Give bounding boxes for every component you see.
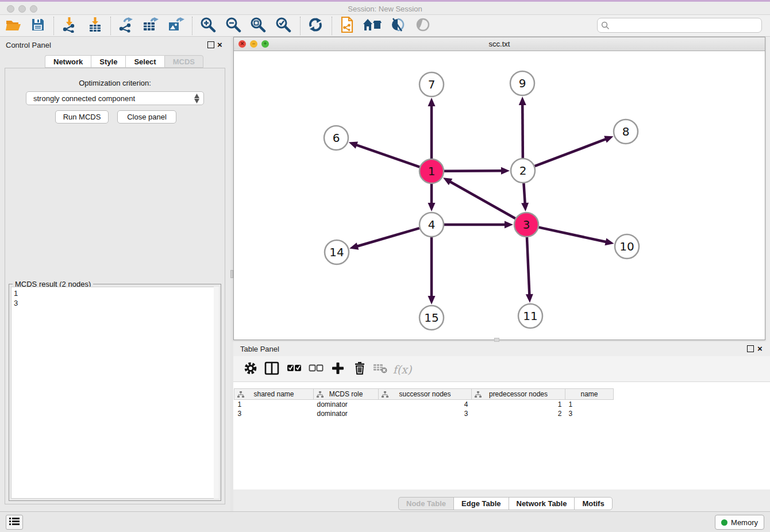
export-image-button[interactable]	[165, 17, 186, 35]
edge-3-1[interactable]	[449, 181, 515, 218]
task-history-button[interactable]	[6, 515, 23, 530]
table-row[interactable]: 3 dominator 3 2 3	[234, 409, 614, 418]
close-panel-icon[interactable]: ×	[217, 39, 222, 51]
node-4[interactable]: 4	[419, 213, 444, 237]
edge-2-3[interactable]	[523, 183, 525, 205]
hide-graphics-details-button[interactable]	[387, 17, 408, 35]
result-scrollbar[interactable]	[214, 287, 219, 499]
node-3[interactable]: 3	[514, 213, 538, 237]
svg-text:15: 15	[424, 311, 438, 325]
float-table-panel-icon[interactable]	[747, 345, 754, 352]
network-view-window: ✕ − + scc.txt 7968124314101511	[233, 37, 765, 340]
delete-columns-button[interactable]	[351, 360, 369, 379]
zoom-out-button[interactable]	[223, 17, 244, 35]
table-browser-tabs: Node Table Edge Table Network Table Moti…	[398, 497, 613, 510]
control-panel-title: Control Panel	[6, 41, 51, 49]
open-file-button[interactable]	[3, 17, 24, 35]
split-panel-button[interactable]	[263, 360, 281, 379]
export-table-icon	[142, 17, 159, 35]
show-graphics-details-button[interactable]	[413, 17, 433, 35]
column-header-successor-nodes[interactable]: successor nodes	[379, 389, 472, 400]
tab-mcds[interactable]: MCDS	[164, 55, 203, 68]
delete-table-button[interactable]	[371, 360, 390, 379]
select-all-button[interactable]	[285, 360, 303, 379]
edge-1-2[interactable]	[444, 171, 503, 171]
search-input[interactable]	[613, 20, 761, 31]
tab-style[interactable]: Style	[91, 55, 125, 68]
edge-1-6[interactable]	[355, 145, 419, 167]
open-folder-icon	[5, 17, 22, 34]
network-graph: 7968124314101511	[234, 52, 765, 340]
list-icon	[9, 517, 20, 527]
network-window-title: scc.txt	[234, 40, 765, 48]
clone-network-button[interactable]	[337, 17, 357, 35]
export-network-button[interactable]	[115, 17, 136, 35]
close-panel-button[interactable]: Close panel	[117, 110, 176, 124]
node-2[interactable]: 2	[511, 159, 535, 183]
refresh-icon	[307, 17, 324, 35]
import-network-button[interactable]	[59, 17, 79, 35]
node-11[interactable]: 11	[518, 304, 542, 328]
save-session-button[interactable]	[28, 17, 48, 35]
node-6[interactable]: 6	[324, 126, 348, 150]
tab-node-table[interactable]: Node Table	[398, 497, 453, 510]
zoom-in-button[interactable]	[198, 17, 218, 35]
horizontal-splitter-grip[interactable]	[494, 338, 499, 342]
tab-edge-table[interactable]: Edge Table	[453, 497, 508, 510]
zoom-selected-button[interactable]	[273, 17, 294, 35]
checkboxes-unchecked-icon	[309, 364, 324, 375]
zoom-selected-icon	[275, 17, 291, 35]
column-header-mcds-role[interactable]: MCDS role	[314, 389, 379, 400]
tab-network-table[interactable]: Network Table	[509, 497, 575, 510]
node-10[interactable]: 10	[615, 234, 639, 259]
function-builder-button[interactable]: f(x)	[393, 360, 411, 379]
network-canvas[interactable]: 7968124314101511	[234, 52, 765, 340]
arrowhead-icon	[428, 296, 436, 304]
node-9[interactable]: 9	[510, 71, 534, 95]
svg-text:9: 9	[519, 76, 526, 90]
zoom-fit-button[interactable]	[248, 17, 268, 35]
node-15[interactable]: 15	[419, 306, 444, 330]
node-14[interactable]: 14	[325, 240, 349, 264]
run-mcds-button[interactable]: Run MCDS	[55, 110, 109, 124]
arrowhead-icon	[349, 242, 359, 249]
column-header-shared-name[interactable]: shared name	[234, 389, 314, 400]
table-settings-button[interactable]	[241, 360, 260, 379]
edge-2-8[interactable]	[535, 138, 607, 166]
node-1[interactable]: 1	[419, 159, 444, 183]
edge-3-11[interactable]	[527, 237, 529, 296]
create-column-button[interactable]	[329, 360, 347, 379]
edge-2-9[interactable]	[522, 103, 523, 158]
home-button[interactable]	[362, 17, 383, 35]
export-table-button[interactable]	[140, 17, 161, 35]
node-table: shared name MCDS role successor nodes pr…	[234, 388, 614, 418]
close-table-panel-icon[interactable]: ×	[757, 343, 763, 354]
column-header-predecessor-nodes[interactable]: predecessor nodes	[472, 389, 565, 400]
apply-layout-button[interactable]	[305, 17, 326, 35]
toolbar-separator	[192, 17, 192, 35]
memory-button[interactable]: Memory	[715, 515, 764, 530]
svg-text:2: 2	[519, 164, 527, 178]
edge-3-10[interactable]	[538, 228, 607, 242]
tab-select[interactable]: Select	[125, 55, 164, 68]
column-header-name[interactable]: name	[565, 389, 614, 400]
deselect-all-button[interactable]	[307, 360, 325, 379]
fx-icon: f(x)	[393, 363, 412, 376]
network-window-titlebar[interactable]: ✕ − + scc.txt	[234, 37, 765, 51]
column-tree-icon	[475, 391, 482, 400]
checkboxes-checked-icon	[287, 364, 302, 375]
eye-disabled-icon	[414, 17, 432, 34]
table-row[interactable]: 1 dominator 4 1 1	[234, 400, 614, 409]
import-table-button[interactable]	[84, 17, 105, 35]
tab-motifs[interactable]: Motifs	[574, 497, 612, 510]
edge-4-14[interactable]	[356, 228, 419, 246]
node-8[interactable]: 8	[614, 119, 638, 144]
float-panel-icon[interactable]	[207, 41, 214, 48]
svg-text:1: 1	[428, 164, 436, 178]
mcds-result-textarea[interactable]: 1 3	[11, 287, 219, 499]
export-network-icon	[117, 17, 133, 35]
search-field[interactable]	[597, 18, 762, 33]
tab-network[interactable]: Network	[45, 55, 91, 68]
optimization-criterion-select[interactable]: strongly connected component	[26, 91, 204, 105]
node-7[interactable]: 7	[419, 72, 444, 97]
